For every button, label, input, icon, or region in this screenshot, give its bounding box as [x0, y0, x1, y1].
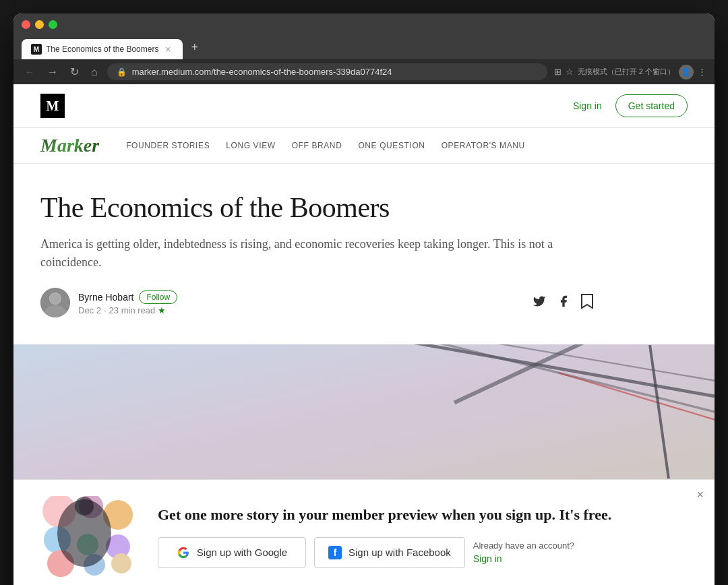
- article-title: The Economics of the Boomers: [40, 191, 593, 224]
- follow-button[interactable]: Follow: [139, 290, 177, 304]
- author-info: Byrne Hobart Follow Dec 2 · 23 min read …: [40, 288, 177, 317]
- article-read-time: 23 min read: [109, 305, 156, 315]
- maximize-window-button[interactable]: [49, 20, 57, 29]
- minimize-window-button[interactable]: [35, 20, 44, 29]
- google-signup-button[interactable]: Sign up with Google: [158, 537, 306, 568]
- lock-icon: 🔒: [117, 67, 127, 77]
- website-content: M Sign in Get started Marker FOUNDER STO…: [13, 84, 715, 585]
- forward-button[interactable]: →: [44, 65, 61, 80]
- article-subtitle: America is getting older, indebtedness i…: [40, 235, 593, 272]
- svg-point-21: [75, 497, 94, 516]
- google-signup-label: Sign up with Google: [197, 547, 287, 558]
- facebook-signup-label: Sign up with Facebook: [348, 547, 451, 558]
- star-icon: ★: [158, 305, 166, 315]
- svg-point-19: [111, 553, 131, 574]
- svg-point-2: [49, 292, 61, 305]
- address-bar: ← → ↻ ⌂ 🔒 marker.medium.com/the-economic…: [13, 59, 715, 84]
- reload-button[interactable]: ↻: [67, 64, 82, 80]
- banner-sign-in-link[interactable]: Sign in: [473, 553, 574, 564]
- translate-icon[interactable]: ⊞: [554, 67, 562, 77]
- tab-favicon: M: [31, 44, 42, 55]
- marker-nav-items: FOUNDER STORIES LONG VIEW OFF BRAND ONE …: [126, 141, 525, 150]
- marker-navigation: Marker FOUNDER STORIES LONG VIEW OFF BRA…: [13, 128, 715, 164]
- url-text: marker.medium.com/the-economics-of-the-b…: [132, 67, 392, 77]
- article-content: The Economics of the Boomers America is …: [13, 164, 620, 344]
- banner-headline: Get one more story in your member previe…: [158, 505, 688, 525]
- sign-in-link[interactable]: Sign in: [573, 100, 602, 111]
- tab-title: The Economics of the Boomers: [46, 44, 158, 54]
- author-avatar: [40, 288, 70, 317]
- article-date: Dec 2: [78, 305, 101, 315]
- new-tab-button[interactable]: +: [184, 36, 205, 59]
- facebook-share-icon[interactable]: [557, 295, 570, 311]
- nav-long-view[interactable]: LONG VIEW: [226, 141, 275, 150]
- author-details: Byrne Hobart Follow Dec 2 · 23 min read …: [78, 290, 177, 315]
- incognito-label: 无痕模式（已打开 2 个窗口）: [578, 67, 675, 77]
- url-bar[interactable]: 🔒 marker.medium.com/the-economics-of-the…: [107, 63, 547, 80]
- author-name-row: Byrne Hobart Follow: [78, 290, 177, 304]
- bookmark-icon[interactable]: ☆: [566, 67, 574, 77]
- signup-banner: Get one more story in your member previe…: [13, 479, 715, 585]
- home-button[interactable]: ⌂: [88, 65, 100, 80]
- article-meta: Dec 2 · 23 min read ★: [78, 305, 177, 315]
- tab-bar: M The Economics of the Boomers × +: [22, 36, 706, 59]
- menu-icon[interactable]: ⋮: [698, 67, 706, 77]
- nav-founder-stories[interactable]: FOUNDER STORIES: [126, 141, 210, 150]
- account-prompt: Already have an account? Sign in: [473, 541, 574, 564]
- facebook-signup-button[interactable]: f Sign up with Facebook: [314, 537, 465, 568]
- address-actions: ⊞ ☆ 无痕模式（已打开 2 个窗口） 👤 ⋮: [554, 65, 706, 80]
- twitter-icon[interactable]: [533, 295, 546, 311]
- google-icon: [177, 546, 190, 559]
- medium-header: M Sign in Get started: [13, 84, 715, 128]
- social-icons: [533, 294, 593, 312]
- facebook-icon: f: [328, 546, 342, 559]
- close-window-button[interactable]: [22, 20, 30, 29]
- banner-buttons: Sign up with Google f Sign up with Faceb…: [158, 537, 688, 568]
- incognito-badge: 👤: [679, 65, 694, 80]
- medium-logo[interactable]: M: [40, 94, 65, 118]
- author-row: Byrne Hobart Follow Dec 2 · 23 min read …: [40, 288, 593, 317]
- save-icon[interactable]: [581, 294, 593, 312]
- banner-text: Get one more story in your member previe…: [158, 505, 688, 568]
- nav-one-question[interactable]: ONE QUESTION: [358, 141, 425, 150]
- close-banner-button[interactable]: ×: [696, 488, 704, 502]
- browser-chrome: M The Economics of the Boomers × +: [13, 13, 715, 59]
- nav-operators-manual[interactable]: OPERATOR'S MANU: [442, 141, 525, 150]
- account-prompt-text: Already have an account?: [473, 541, 574, 551]
- svg-rect-4: [13, 344, 715, 479]
- banner-illustration: [40, 496, 142, 577]
- traffic-lights: [22, 20, 706, 29]
- marker-logo[interactable]: Marker: [40, 135, 99, 156]
- browser-window: M The Economics of the Boomers × + ← → ↻…: [13, 13, 715, 585]
- get-started-button[interactable]: Get started: [615, 94, 688, 117]
- back-button[interactable]: ←: [22, 65, 38, 80]
- header-actions: Sign in Get started: [573, 94, 688, 117]
- article-hero-image: [13, 344, 715, 479]
- author-name: Byrne Hobart: [78, 292, 133, 303]
- tab-close-button[interactable]: ×: [162, 44, 173, 55]
- nav-off-brand[interactable]: OFF BRAND: [292, 141, 342, 150]
- active-tab[interactable]: M The Economics of the Boomers ×: [22, 39, 183, 59]
